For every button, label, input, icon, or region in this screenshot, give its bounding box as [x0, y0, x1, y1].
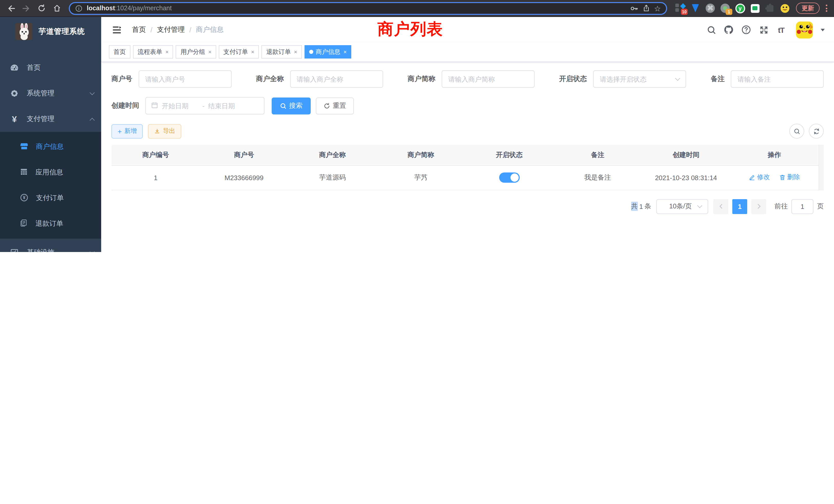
sidebar-item-refund-order[interactable]: 退款订单	[0, 211, 101, 236]
app-logo[interactable]: 芋道管理系统	[0, 17, 101, 46]
cell-create-time: 2021-10-23 08:31:14	[642, 165, 730, 190]
share-icon[interactable]	[642, 4, 650, 12]
tab-refund-order[interactable]: 退款订单×	[262, 45, 302, 59]
screen: localhost:1024/pay/merchant ☆ 10 ⌘ 1 y	[0, 0, 834, 252]
extension-puzzle-icon[interactable]	[765, 3, 775, 13]
breadcrumb-item[interactable]: 首页	[132, 25, 146, 35]
status-select[interactable]	[593, 70, 686, 88]
extension-recorder-icon[interactable]: 1	[720, 3, 730, 13]
col-merchant-no: 商户号	[200, 145, 288, 165]
chrome-update-button[interactable]: 更新	[796, 3, 820, 14]
start-date-input[interactable]	[162, 102, 199, 110]
merchant-no-input[interactable]	[138, 70, 232, 88]
fullscreen-icon[interactable]	[757, 23, 770, 37]
field-label: 创建时间	[111, 101, 139, 110]
sidebar-item-label: 应用信息	[36, 168, 63, 177]
tab-process-form[interactable]: 流程表单×	[133, 45, 173, 59]
sidebar-item-pay-order[interactable]: ¥ 支付订单	[0, 185, 101, 211]
tab-merchant-info[interactable]: 商户信息×	[305, 45, 352, 59]
close-icon[interactable]: ×	[344, 49, 347, 55]
sidebar-item-merchant-info[interactable]: 商户信息	[0, 134, 101, 160]
annotation-merchant-list: 商户列表	[377, 19, 443, 40]
remark-input[interactable]	[731, 70, 824, 88]
avatar-caret-icon[interactable]	[821, 28, 825, 31]
edit-link[interactable]: 修改	[749, 173, 770, 182]
toggle-search-button[interactable]	[789, 124, 804, 139]
create-time-range-picker[interactable]: -	[145, 97, 264, 114]
plus-icon: +	[117, 128, 122, 135]
github-icon[interactable]	[722, 23, 736, 37]
sidebar-item-home[interactable]: 首页	[0, 55, 101, 81]
site-info-icon[interactable]	[75, 4, 83, 12]
prev-page-button[interactable]	[713, 199, 728, 214]
next-page-button[interactable]	[751, 199, 766, 214]
url-text[interactable]: localhost:1024/pay/merchant	[87, 5, 625, 12]
merchant-shortname-input[interactable]	[442, 70, 534, 88]
col-merchant-id: 商户编号	[111, 145, 200, 165]
extension-grid-icon[interactable]: 10	[675, 3, 686, 13]
extension-y-icon[interactable]: y	[735, 3, 745, 13]
chevron-down-icon	[675, 75, 680, 81]
sidebar-item-app-info[interactable]: 应用信息	[0, 160, 101, 185]
close-icon[interactable]: ×	[251, 49, 255, 55]
bookmark-star-icon[interactable]: ☆	[654, 4, 661, 12]
page-number-button[interactable]: 1	[732, 199, 747, 214]
password-key-icon[interactable]	[629, 4, 638, 13]
close-icon[interactable]: ×	[166, 49, 169, 55]
chevron-down-icon	[90, 249, 95, 252]
extension-gem-icon[interactable]	[690, 3, 701, 13]
search-button[interactable]: 搜索	[272, 97, 311, 114]
monitor-icon	[9, 248, 20, 252]
sidebar-item-system[interactable]: 系统管理	[0, 81, 101, 106]
reload-icon[interactable]	[35, 2, 48, 15]
extension-chat-icon[interactable]	[750, 3, 760, 13]
close-icon[interactable]: ×	[294, 49, 297, 55]
forward-icon[interactable]	[20, 2, 33, 15]
user-avatar[interactable]	[796, 21, 813, 38]
breadcrumb-item[interactable]: 支付管理	[157, 25, 185, 35]
total-count: 共 1 条	[631, 202, 651, 211]
merchant-fullname-input[interactable]	[290, 70, 383, 88]
yen-circle-icon: ¥	[20, 193, 29, 204]
table-row: 1 M233666999 芋道源码 芋艿 我是备注 2021-10-23 08:…	[111, 165, 818, 190]
sidebar-collapse-icon[interactable]	[109, 23, 124, 37]
col-full-name: 商户全称	[288, 145, 377, 165]
reset-button[interactable]: 重置	[316, 97, 354, 114]
table-scroll-gutter	[818, 145, 824, 190]
extension-emoji-icon[interactable]	[780, 3, 790, 13]
tab-user-group[interactable]: 用户分组×	[176, 45, 216, 59]
sidebar-item-label: 支付订单	[36, 193, 64, 203]
search-icon[interactable]	[705, 23, 718, 37]
add-button[interactable]: + 新增	[111, 124, 143, 138]
sidebar-item-label: 商户信息	[36, 142, 64, 152]
refresh-button[interactable]	[809, 124, 824, 139]
browser-toolbar: localhost:1024/pay/merchant ☆ 10 ⌘ 1 y	[0, 0, 834, 17]
address-bar[interactable]: localhost:1024/pay/merchant ☆	[69, 2, 667, 15]
browser-menu-icon[interactable]	[823, 3, 830, 13]
pagination: 共 1 条 1	[111, 199, 824, 214]
font-size-icon[interactable]: tT	[774, 23, 788, 37]
delete-link[interactable]: 删除	[779, 173, 800, 182]
cell-merchant-id: 1	[111, 165, 200, 190]
merchant-no-input-field[interactable]	[145, 75, 225, 83]
table-toolbar: + 新增 导出	[111, 124, 824, 139]
export-button[interactable]: 导出	[148, 124, 181, 138]
page-size-select[interactable]	[656, 199, 708, 214]
tab-pay-order[interactable]: 支付订单×	[219, 45, 259, 59]
edit-pencil-icon	[749, 174, 755, 181]
status-toggle[interactable]	[499, 173, 520, 183]
cell-merchant-no: M233666999	[200, 165, 288, 190]
extensions-row: 10 ⌘ 1 y	[672, 3, 793, 13]
extension-command-icon[interactable]: ⌘	[705, 3, 716, 13]
goto-page-input[interactable]	[791, 199, 813, 214]
grid-icon	[20, 167, 28, 178]
back-icon[interactable]	[4, 2, 18, 15]
help-icon[interactable]	[740, 23, 753, 37]
home-icon[interactable]	[50, 2, 64, 15]
sidebar-item-infrastructure[interactable]: 基础设施	[0, 239, 101, 252]
cell-remark: 我是备注	[553, 165, 642, 190]
tab-home[interactable]: 首页	[109, 45, 130, 59]
sidebar-item-payment[interactable]: ¥ 支付管理	[0, 106, 101, 132]
close-icon[interactable]: ×	[208, 49, 212, 55]
end-date-input[interactable]	[208, 102, 245, 110]
